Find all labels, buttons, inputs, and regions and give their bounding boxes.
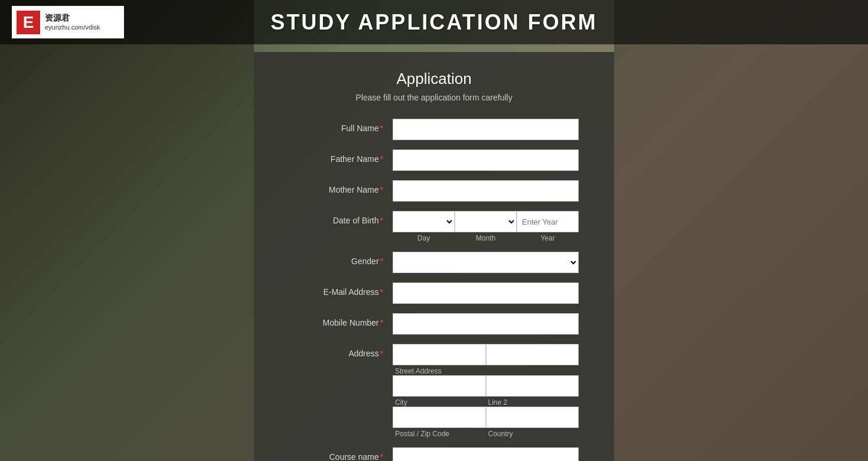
dob-day-select[interactable]: 12345 678910 1112131415 1617181920 21222… [393, 211, 455, 232]
dob-day-label: Day [393, 234, 455, 242]
header: E 资源君 eyunzhu.com/vdisk STUDY APPLICATIO… [0, 0, 868, 44]
mother-name-label: Mother Name* [289, 180, 393, 194]
logo: E 资源君 eyunzhu.com/vdisk [12, 6, 124, 38]
dob-row: Date of Birth* 12345 678910 1112131415 1… [289, 211, 579, 242]
email-field [393, 283, 579, 304]
father-name-row: Father Name* [289, 150, 579, 171]
full-name-input[interactable] [393, 119, 579, 140]
address-zip-cell: Postal / Zip Code [393, 407, 486, 438]
mother-name-input[interactable] [393, 180, 579, 202]
logo-letter: E [17, 11, 40, 34]
dob-year-container: Year [517, 211, 579, 242]
course-field [393, 447, 579, 461]
email-label: E-Mail Address* [289, 283, 393, 297]
form-container: Application Please fill out the applicat… [254, 52, 614, 461]
address-city-cell: City [393, 375, 486, 407]
dob-year-label: Year [517, 234, 579, 242]
course-row: Course name* [289, 447, 579, 461]
zip-label: Postal / Zip Code [393, 430, 486, 438]
course-name-input[interactable] [393, 447, 579, 461]
father-name-field [393, 150, 579, 171]
city-label: City [393, 398, 486, 407]
address-street-cell: Street Address [393, 344, 486, 375]
dob-inputs: 12345 678910 1112131415 1617181920 21222… [393, 211, 579, 242]
street-address-label: Street Address [393, 367, 486, 375]
address-line2-input[interactable] [486, 344, 579, 365]
dob-month-label: Month [455, 234, 517, 242]
address-label: Address* [289, 344, 393, 358]
city-input[interactable] [393, 375, 486, 397]
father-name-label: Father Name* [289, 150, 393, 164]
gender-select[interactable]: Male Female Other [393, 252, 579, 273]
dob-month-container: JanuaryFebruaryMarch AprilMayJune JulyAu… [455, 211, 517, 242]
form-subtitle: Please fill out the application form car… [289, 93, 579, 102]
address-zip-row: Postal / Zip Code Country [393, 407, 579, 438]
address-country-cell: Country [486, 407, 579, 438]
gender-field: Male Female Other [393, 252, 579, 273]
address-field: Street Address City Line 2 [393, 344, 579, 438]
logo-chinese: 资源君 [45, 12, 100, 23]
email-input[interactable] [393, 283, 579, 304]
required-star: * [380, 124, 383, 133]
father-name-input[interactable] [393, 150, 579, 171]
mobile-input[interactable] [393, 313, 579, 335]
logo-text: 资源君 eyunzhu.com/vdisk [45, 12, 100, 31]
page-title: STUDY APPLICATION FORM [270, 10, 597, 35]
zip-input[interactable] [393, 407, 486, 428]
gender-row: Gender* Male Female Other [289, 252, 579, 273]
dob-month-select[interactable]: JanuaryFebruaryMarch AprilMayJune JulyAu… [455, 211, 517, 232]
street-address-input[interactable] [393, 344, 486, 365]
country-label: Country [486, 430, 579, 438]
state-input[interactable] [486, 375, 579, 397]
mother-name-field [393, 180, 579, 202]
dob-day-container: 12345 678910 1112131415 1617181920 21222… [393, 211, 455, 242]
full-name-label: Full Name* [289, 119, 393, 133]
email-row: E-Mail Address* [289, 283, 579, 304]
dob-label: Date of Birth* [289, 211, 393, 225]
course-label: Course name* [289, 447, 393, 461]
address-state-cell: Line 2 [486, 375, 579, 407]
mother-name-row: Mother Name* [289, 180, 579, 202]
address-row: Address* Street Address City [289, 344, 579, 438]
dob-year-input[interactable] [517, 211, 579, 232]
logo-url: eyunzhu.com/vdisk [45, 23, 100, 31]
address-city-row: City Line 2 [393, 375, 579, 407]
form-title: Application [289, 70, 579, 88]
mobile-row: Mobile Number* [289, 313, 579, 335]
state-label: Line 2 [486, 398, 579, 407]
mobile-label: Mobile Number* [289, 313, 393, 327]
gender-label: Gender* [289, 252, 393, 266]
dob-field: 12345 678910 1112131415 1617181920 21222… [393, 211, 579, 242]
address-street-row: Street Address [393, 344, 579, 375]
mobile-field [393, 313, 579, 335]
full-name-field [393, 119, 579, 140]
address-line2-cell [486, 344, 579, 375]
country-input[interactable] [486, 407, 579, 428]
full-name-row: Full Name* [289, 119, 579, 140]
